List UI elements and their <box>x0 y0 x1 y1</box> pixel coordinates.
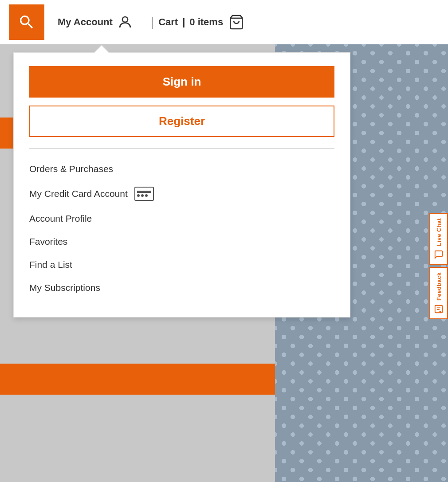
signin-button[interactable]: Sign in <box>29 66 334 98</box>
cart-count: 0 items <box>189 16 223 28</box>
cart-icon <box>228 14 245 30</box>
svg-point-0 <box>122 17 128 22</box>
subscriptions-item[interactable]: My Subscriptions <box>29 276 334 299</box>
orange-banner-2 <box>0 364 275 395</box>
cart-label: Cart <box>158 16 178 28</box>
find-list-item[interactable]: Find a List <box>29 253 334 276</box>
feedback-tab[interactable]: Feedback <box>429 267 448 319</box>
feedback-label: Feedback <box>436 272 442 301</box>
header-divider: | <box>151 15 154 29</box>
card-dot-3 <box>145 194 148 197</box>
account-profile-item[interactable]: Account Profile <box>29 207 334 230</box>
cart-button[interactable]: Cart | 0 items <box>158 14 245 30</box>
search-icon <box>18 13 35 31</box>
header: My Account | Cart | 0 items <box>0 0 448 44</box>
cart-divider: | <box>182 16 185 28</box>
orders-purchases-item[interactable]: Orders & Purchases <box>29 157 334 180</box>
account-profile-label: Account Profile <box>29 213 92 224</box>
card-dot-1 <box>137 194 140 197</box>
menu-divider <box>29 148 334 149</box>
register-button[interactable]: Register <box>29 106 334 137</box>
side-tabs: Live Chat Feedback <box>429 213 448 319</box>
search-button[interactable] <box>9 4 44 40</box>
feedback-icon <box>434 304 444 314</box>
card-dot-2 <box>141 194 144 197</box>
card-strip <box>137 191 151 193</box>
favorites-label: Favorites <box>29 236 67 247</box>
live-chat-icon <box>434 250 444 259</box>
credit-card-account-label: My Credit Card Account <box>29 188 128 199</box>
find-list-label: Find a List <box>29 259 72 270</box>
orders-purchases-label: Orders & Purchases <box>29 164 113 174</box>
my-account-label: My Account <box>58 16 113 28</box>
account-icon <box>117 14 133 30</box>
account-dropdown: Sign in Register Orders & Purchases My C… <box>13 52 350 317</box>
card-dots <box>137 194 151 197</box>
favorites-item[interactable]: Favorites <box>29 230 334 253</box>
credit-card-icon <box>134 187 154 201</box>
credit-card-item[interactable]: My Credit Card Account <box>29 180 334 207</box>
live-chat-tab[interactable]: Live Chat <box>429 213 448 265</box>
live-chat-label: Live Chat <box>436 218 442 246</box>
subscriptions-label: My Subscriptions <box>29 282 100 293</box>
my-account-button[interactable]: My Account <box>58 14 133 30</box>
